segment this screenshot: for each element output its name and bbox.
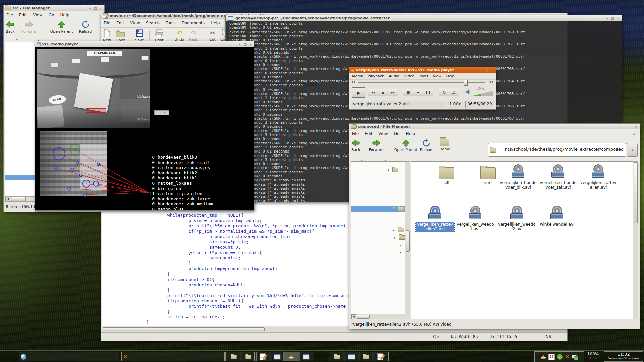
titlebar[interactable]: src - File Manager –□× bbox=[4, 5, 104, 11]
undo-button[interactable]: ↶Undo bbox=[175, 29, 184, 42]
redo-button[interactable]: ↷Redo bbox=[189, 29, 198, 42]
scrollbar-thumb[interactable] bbox=[11, 197, 26, 201]
video-canvas[interactable]: TRAPAROACH Vulcano Vulcano AVEVE bbox=[35, 47, 254, 210]
shuffle-button[interactable]: ⇄ bbox=[449, 89, 460, 96]
language-selector[interactable]: C ∨ bbox=[433, 334, 439, 339]
close-button[interactable]: × bbox=[99, 6, 103, 10]
fullscreen-button[interactable]: ▣ bbox=[403, 89, 413, 96]
file-item[interactable]: vergelijken_weedol.avi bbox=[456, 206, 495, 232]
menu-item[interactable]: View bbox=[433, 74, 441, 78]
menu-item[interactable]: Tools bbox=[166, 21, 176, 25]
taskbar-button-browser[interactable] bbox=[19, 352, 119, 361]
close-button[interactable]: × bbox=[248, 42, 253, 46]
minimize-button[interactable]: – bbox=[158, 111, 159, 114]
maximize-button[interactable]: □ bbox=[93, 6, 98, 10]
minimize-button[interactable]: – bbox=[88, 6, 92, 10]
tree-expander-icon[interactable]: ▸ bbox=[400, 243, 401, 247]
maximize-button[interactable]: □ bbox=[160, 111, 163, 114]
scrollbar-thumb[interactable] bbox=[357, 315, 370, 319]
menu-item[interactable]: Help bbox=[406, 131, 415, 136]
scrollbar-thumb[interactable] bbox=[634, 162, 638, 223]
stop-button[interactable]: ■ bbox=[378, 89, 388, 96]
open-parent-button[interactable]: Open Parent bbox=[50, 20, 73, 34]
loop-button[interactable]: ↻ bbox=[439, 89, 449, 96]
taskbar-button-gedit[interactable] bbox=[372, 352, 389, 361]
scrollbar-thumb[interactable] bbox=[406, 230, 410, 252]
open-parent-button[interactable]: Open Parent bbox=[394, 139, 417, 152]
tray-calendar-icon[interactable]: 27 bbox=[548, 354, 555, 360]
scroll-left-button[interactable]: ◀ bbox=[351, 314, 356, 319]
playback-rate[interactable]: 1.00x bbox=[447, 101, 463, 108]
menu-item[interactable]: View bbox=[378, 131, 388, 136]
home-button[interactable]: Home bbox=[439, 139, 450, 152]
taskbar-button-chat[interactable]: ✕ bbox=[121, 352, 225, 361]
new-button[interactable]: New bbox=[103, 29, 111, 42]
equalizer-button[interactable] bbox=[423, 89, 433, 96]
menu-item[interactable]: Go bbox=[49, 13, 54, 17]
minimize-button[interactable]: – bbox=[605, 16, 609, 20]
maximize-button[interactable]: □ bbox=[243, 42, 247, 46]
close-button[interactable]: × bbox=[490, 68, 494, 72]
close-button[interactable]: × bbox=[163, 111, 166, 114]
menu-item[interactable]: Help bbox=[446, 74, 454, 78]
tree-pane[interactable]: ▾ ▾ ▸ ▸ ▸ ▸ bbox=[351, 161, 406, 315]
menu-item[interactable]: Documents bbox=[182, 21, 205, 25]
reload-button[interactable]: Reload bbox=[79, 20, 92, 34]
tree-expander-open-icon[interactable]: ▾ bbox=[388, 168, 389, 172]
menu-item[interactable]: Media bbox=[352, 74, 363, 78]
file-item[interactable]: sift bbox=[427, 167, 466, 186]
save-button[interactable]: Save bbox=[135, 29, 144, 42]
menu-item[interactable]: Playback bbox=[368, 74, 384, 78]
volume-slider[interactable] bbox=[472, 91, 493, 96]
file-item[interactable]: vergelijken_hondevoer_zak.avi bbox=[539, 164, 578, 190]
fast-forward-icon[interactable]: ▶▶ bbox=[490, 80, 494, 83]
playlist-button[interactable]: ≡ bbox=[413, 89, 423, 96]
menu-item[interactable]: File bbox=[6, 13, 13, 17]
tree-expander-open-icon[interactable]: ▾ bbox=[393, 206, 395, 210]
next-button[interactable]: ▶▶ bbox=[388, 89, 398, 96]
tree-expander-icon[interactable]: ▸ bbox=[394, 236, 396, 239]
cut-button[interactable]: ✂Cut bbox=[209, 29, 216, 42]
minimize-button[interactable]: – bbox=[623, 125, 628, 129]
minimize-button[interactable]: – bbox=[479, 68, 484, 72]
tray-vlc-icon[interactable] bbox=[541, 354, 546, 359]
tab-width-selector[interactable]: Tab Width: 8 ∨ bbox=[450, 334, 479, 339]
menu-item[interactable]: Help bbox=[60, 13, 69, 17]
titlebar[interactable]: vergelijken_rattevallen2.avi - VLC media… bbox=[349, 67, 496, 73]
tray-chat-bubbles-icon[interactable] bbox=[572, 354, 578, 360]
forward-button[interactable]: Forward bbox=[21, 20, 36, 34]
location-path[interactable]: nts/school/4de/thesis/prog/movie_extract… bbox=[505, 147, 624, 152]
menu-item[interactable]: Audio bbox=[389, 74, 399, 78]
seek-thumb[interactable] bbox=[464, 80, 468, 86]
tree-horizontal-scrollbar[interactable]: ◀ bbox=[351, 314, 410, 319]
menu-item[interactable]: File bbox=[104, 21, 110, 25]
menu-item[interactable]: File bbox=[352, 131, 359, 136]
battery-indicator[interactable]: 100% 00:00 bbox=[583, 352, 603, 360]
menu-item[interactable]: View bbox=[130, 21, 140, 25]
back-button[interactable]: Back bbox=[351, 139, 360, 152]
minimize-button[interactable]: – bbox=[237, 42, 242, 46]
tree-expander-icon[interactable]: ▸ bbox=[400, 251, 401, 254]
scroll-left-button[interactable]: ◀ bbox=[5, 197, 10, 201]
close-button[interactable]: × bbox=[616, 16, 620, 20]
titlebar[interactable]: gentoo@desktop-pc:~/Documents/school/4de… bbox=[226, 15, 622, 21]
open-button[interactable]: Open bbox=[116, 29, 125, 42]
time-display[interactable]: 06:55/08:29 bbox=[465, 101, 494, 108]
file-item[interactable]: winkelwandel.avi bbox=[538, 206, 577, 227]
file-item[interactable]: vergelijken_rattevallen.avi bbox=[579, 164, 618, 190]
forward-button[interactable]: Forward bbox=[369, 139, 384, 152]
maximize-button[interactable]: □ bbox=[485, 68, 489, 72]
taskbar-button-terminal[interactable] bbox=[298, 352, 314, 361]
menu-item[interactable]: Go bbox=[394, 131, 400, 136]
menu-item[interactable]: Edit bbox=[116, 21, 124, 25]
menu-item[interactable]: Tools bbox=[419, 74, 428, 78]
tree-expander-icon[interactable]: ▸ bbox=[393, 229, 395, 232]
rewind-icon[interactable]: ◀◀ bbox=[351, 80, 355, 83]
menu-item[interactable]: Edit bbox=[365, 131, 372, 136]
close-button[interactable]: × bbox=[634, 125, 638, 129]
menu-item[interactable]: View bbox=[33, 13, 42, 17]
titlebar[interactable]: composed - File Manager –□× bbox=[349, 124, 640, 130]
reload-button[interactable]: Reload bbox=[420, 139, 432, 152]
location-dropdown-button[interactable]: ∨ bbox=[627, 143, 638, 157]
menu-item[interactable]: Search bbox=[146, 21, 160, 25]
